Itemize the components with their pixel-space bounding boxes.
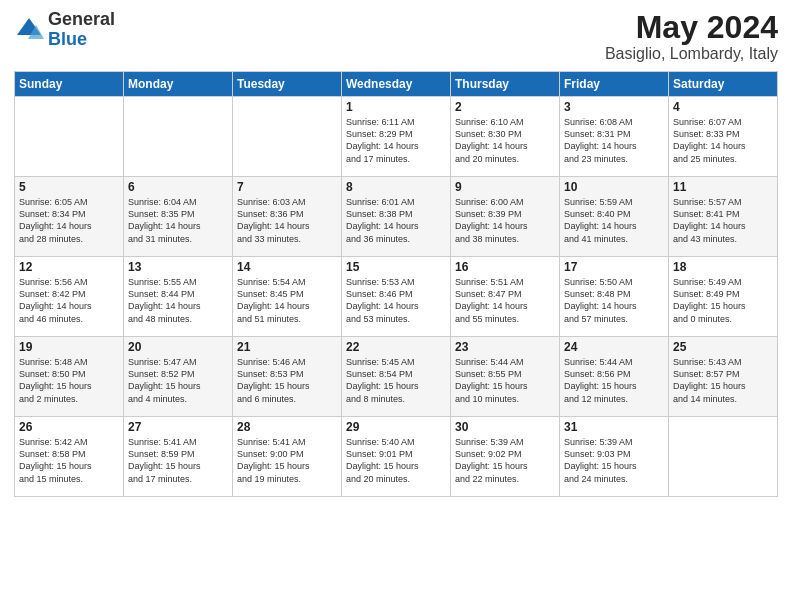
day-info: Sunrise: 5:56 AM Sunset: 8:42 PM Dayligh…: [19, 276, 119, 325]
day-number: 6: [128, 180, 228, 194]
table-cell: 31Sunrise: 5:39 AM Sunset: 9:03 PM Dayli…: [560, 417, 669, 497]
day-number: 20: [128, 340, 228, 354]
day-number: 21: [237, 340, 337, 354]
table-cell: [15, 97, 124, 177]
day-info: Sunrise: 5:43 AM Sunset: 8:57 PM Dayligh…: [673, 356, 773, 405]
day-number: 31: [564, 420, 664, 434]
day-number: 12: [19, 260, 119, 274]
col-wednesday: Wednesday: [342, 72, 451, 97]
day-number: 16: [455, 260, 555, 274]
table-cell: 18Sunrise: 5:49 AM Sunset: 8:49 PM Dayli…: [669, 257, 778, 337]
day-info: Sunrise: 6:11 AM Sunset: 8:29 PM Dayligh…: [346, 116, 446, 165]
col-sunday: Sunday: [15, 72, 124, 97]
table-cell: 10Sunrise: 5:59 AM Sunset: 8:40 PM Dayli…: [560, 177, 669, 257]
table-cell: 27Sunrise: 5:41 AM Sunset: 8:59 PM Dayli…: [124, 417, 233, 497]
table-cell: 3Sunrise: 6:08 AM Sunset: 8:31 PM Daylig…: [560, 97, 669, 177]
week-row-2: 12Sunrise: 5:56 AM Sunset: 8:42 PM Dayli…: [15, 257, 778, 337]
day-info: Sunrise: 6:05 AM Sunset: 8:34 PM Dayligh…: [19, 196, 119, 245]
table-cell: 21Sunrise: 5:46 AM Sunset: 8:53 PM Dayli…: [233, 337, 342, 417]
table-cell: 28Sunrise: 5:41 AM Sunset: 9:00 PM Dayli…: [233, 417, 342, 497]
day-number: 11: [673, 180, 773, 194]
day-info: Sunrise: 5:39 AM Sunset: 9:03 PM Dayligh…: [564, 436, 664, 485]
day-info: Sunrise: 5:39 AM Sunset: 9:02 PM Dayligh…: [455, 436, 555, 485]
table-cell: [233, 97, 342, 177]
day-info: Sunrise: 6:08 AM Sunset: 8:31 PM Dayligh…: [564, 116, 664, 165]
day-number: 23: [455, 340, 555, 354]
day-number: 4: [673, 100, 773, 114]
table-cell: 4Sunrise: 6:07 AM Sunset: 8:33 PM Daylig…: [669, 97, 778, 177]
day-number: 22: [346, 340, 446, 354]
table-cell: 12Sunrise: 5:56 AM Sunset: 8:42 PM Dayli…: [15, 257, 124, 337]
day-number: 18: [673, 260, 773, 274]
day-number: 28: [237, 420, 337, 434]
day-number: 5: [19, 180, 119, 194]
day-info: Sunrise: 5:41 AM Sunset: 8:59 PM Dayligh…: [128, 436, 228, 485]
day-info: Sunrise: 6:03 AM Sunset: 8:36 PM Dayligh…: [237, 196, 337, 245]
logo: General Blue: [14, 10, 115, 50]
day-number: 25: [673, 340, 773, 354]
day-info: Sunrise: 5:44 AM Sunset: 8:56 PM Dayligh…: [564, 356, 664, 405]
day-info: Sunrise: 5:57 AM Sunset: 8:41 PM Dayligh…: [673, 196, 773, 245]
table-cell: 1Sunrise: 6:11 AM Sunset: 8:29 PM Daylig…: [342, 97, 451, 177]
table-cell: [124, 97, 233, 177]
day-info: Sunrise: 5:49 AM Sunset: 8:49 PM Dayligh…: [673, 276, 773, 325]
week-row-1: 5Sunrise: 6:05 AM Sunset: 8:34 PM Daylig…: [15, 177, 778, 257]
week-row-4: 26Sunrise: 5:42 AM Sunset: 8:58 PM Dayli…: [15, 417, 778, 497]
table-cell: 8Sunrise: 6:01 AM Sunset: 8:38 PM Daylig…: [342, 177, 451, 257]
day-number: 10: [564, 180, 664, 194]
day-info: Sunrise: 5:54 AM Sunset: 8:45 PM Dayligh…: [237, 276, 337, 325]
col-monday: Monday: [124, 72, 233, 97]
day-info: Sunrise: 6:00 AM Sunset: 8:39 PM Dayligh…: [455, 196, 555, 245]
location: Basiglio, Lombardy, Italy: [605, 45, 778, 63]
day-number: 8: [346, 180, 446, 194]
table-cell: 13Sunrise: 5:55 AM Sunset: 8:44 PM Dayli…: [124, 257, 233, 337]
day-number: 24: [564, 340, 664, 354]
table-cell: [669, 417, 778, 497]
table-cell: 25Sunrise: 5:43 AM Sunset: 8:57 PM Dayli…: [669, 337, 778, 417]
day-info: Sunrise: 6:04 AM Sunset: 8:35 PM Dayligh…: [128, 196, 228, 245]
day-number: 27: [128, 420, 228, 434]
table-cell: 26Sunrise: 5:42 AM Sunset: 8:58 PM Dayli…: [15, 417, 124, 497]
day-info: Sunrise: 5:59 AM Sunset: 8:40 PM Dayligh…: [564, 196, 664, 245]
day-number: 1: [346, 100, 446, 114]
day-number: 19: [19, 340, 119, 354]
table-cell: 14Sunrise: 5:54 AM Sunset: 8:45 PM Dayli…: [233, 257, 342, 337]
day-info: Sunrise: 5:44 AM Sunset: 8:55 PM Dayligh…: [455, 356, 555, 405]
day-info: Sunrise: 5:42 AM Sunset: 8:58 PM Dayligh…: [19, 436, 119, 485]
table-cell: 20Sunrise: 5:47 AM Sunset: 8:52 PM Dayli…: [124, 337, 233, 417]
table-cell: 5Sunrise: 6:05 AM Sunset: 8:34 PM Daylig…: [15, 177, 124, 257]
month-title: May 2024: [605, 10, 778, 45]
day-info: Sunrise: 5:45 AM Sunset: 8:54 PM Dayligh…: [346, 356, 446, 405]
day-info: Sunrise: 5:46 AM Sunset: 8:53 PM Dayligh…: [237, 356, 337, 405]
logo-icon: [14, 15, 44, 45]
day-info: Sunrise: 6:01 AM Sunset: 8:38 PM Dayligh…: [346, 196, 446, 245]
day-info: Sunrise: 6:10 AM Sunset: 8:30 PM Dayligh…: [455, 116, 555, 165]
calendar: Sunday Monday Tuesday Wednesday Thursday…: [14, 71, 778, 497]
col-saturday: Saturday: [669, 72, 778, 97]
col-thursday: Thursday: [451, 72, 560, 97]
day-number: 30: [455, 420, 555, 434]
table-cell: 23Sunrise: 5:44 AM Sunset: 8:55 PM Dayli…: [451, 337, 560, 417]
day-info: Sunrise: 5:51 AM Sunset: 8:47 PM Dayligh…: [455, 276, 555, 325]
table-cell: 7Sunrise: 6:03 AM Sunset: 8:36 PM Daylig…: [233, 177, 342, 257]
day-info: Sunrise: 5:41 AM Sunset: 9:00 PM Dayligh…: [237, 436, 337, 485]
page: General Blue May 2024 Basiglio, Lombardy…: [0, 0, 792, 612]
day-number: 3: [564, 100, 664, 114]
day-number: 15: [346, 260, 446, 274]
day-info: Sunrise: 6:07 AM Sunset: 8:33 PM Dayligh…: [673, 116, 773, 165]
day-info: Sunrise: 5:47 AM Sunset: 8:52 PM Dayligh…: [128, 356, 228, 405]
week-row-0: 1Sunrise: 6:11 AM Sunset: 8:29 PM Daylig…: [15, 97, 778, 177]
col-friday: Friday: [560, 72, 669, 97]
header: General Blue May 2024 Basiglio, Lombardy…: [14, 10, 778, 63]
day-info: Sunrise: 5:48 AM Sunset: 8:50 PM Dayligh…: [19, 356, 119, 405]
day-info: Sunrise: 5:50 AM Sunset: 8:48 PM Dayligh…: [564, 276, 664, 325]
title-block: May 2024 Basiglio, Lombardy, Italy: [605, 10, 778, 63]
day-number: 17: [564, 260, 664, 274]
day-info: Sunrise: 5:40 AM Sunset: 9:01 PM Dayligh…: [346, 436, 446, 485]
table-cell: 29Sunrise: 5:40 AM Sunset: 9:01 PM Dayli…: [342, 417, 451, 497]
calendar-header-row: Sunday Monday Tuesday Wednesday Thursday…: [15, 72, 778, 97]
logo-blue: Blue: [48, 30, 115, 50]
day-number: 14: [237, 260, 337, 274]
day-number: 7: [237, 180, 337, 194]
table-cell: 24Sunrise: 5:44 AM Sunset: 8:56 PM Dayli…: [560, 337, 669, 417]
